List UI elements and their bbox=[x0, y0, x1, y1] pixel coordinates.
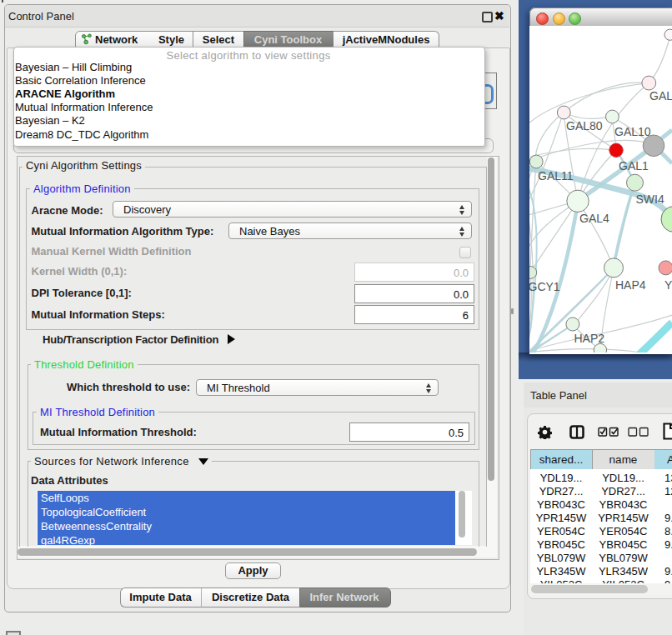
svg-text:GAL11: GAL11 bbox=[538, 169, 574, 182]
svg-text:GAL1: GAL1 bbox=[619, 159, 649, 172]
svg-text:YB: YB bbox=[664, 278, 672, 292]
svg-text:GAL7: GAL7 bbox=[649, 89, 672, 102]
svg-text:GAL80: GAL80 bbox=[566, 119, 603, 132]
svg-text:GAL10: GAL10 bbox=[614, 125, 651, 138]
svg-text:HAP4: HAP4 bbox=[615, 278, 646, 292]
svg-text:SWI4: SWI4 bbox=[636, 192, 664, 206]
svg-text:GCY1: GCY1 bbox=[529, 280, 560, 293]
svg-text:GAL4: GAL4 bbox=[579, 212, 609, 225]
svg-text:HAP2: HAP2 bbox=[574, 332, 605, 345]
